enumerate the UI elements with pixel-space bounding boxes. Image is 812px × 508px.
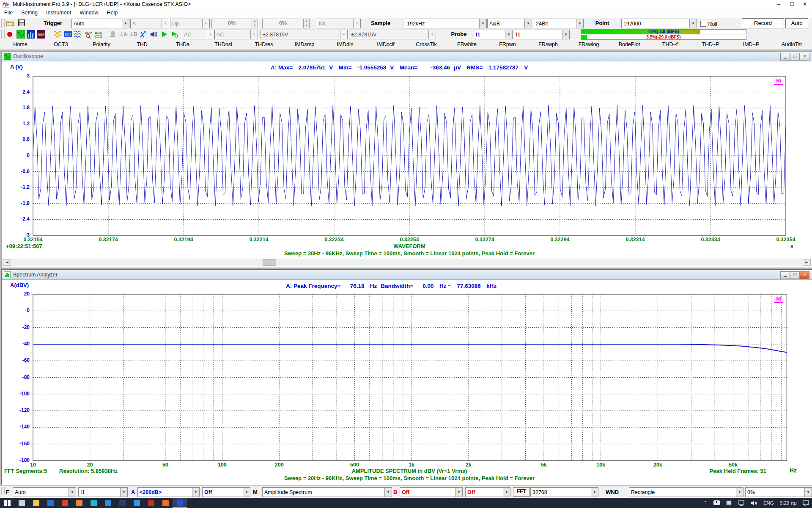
record-points-select[interactable]: 192000▼ bbox=[621, 19, 697, 28]
tab-crosstlk[interactable]: CrossTlk bbox=[406, 40, 447, 50]
chevron-down-icon[interactable]: ▼ bbox=[503, 488, 510, 497]
app-navy-icon[interactable] bbox=[115, 498, 129, 508]
tab-oct3[interactable]: OCT3 bbox=[41, 40, 81, 50]
scroll-left-icon[interactable]: ◀ bbox=[3, 259, 11, 266]
trigger-source-select[interactable]: A▼ bbox=[130, 19, 169, 28]
range-b-select[interactable]: ±2.87815V▼ bbox=[349, 30, 436, 39]
coupling-a-select[interactable]: AC▼ bbox=[182, 30, 214, 39]
device-test-plan-icon[interactable]: DUT bbox=[63, 30, 73, 39]
tab-frswlog[interactable]: FRswlog bbox=[568, 40, 609, 50]
open-file-icon[interactable] bbox=[6, 19, 14, 27]
tab-thda[interactable]: THDa bbox=[162, 40, 203, 50]
chevron-down-icon[interactable]: ▼ bbox=[120, 488, 127, 497]
spinner-up-icon[interactable]: ▲ bbox=[304, 19, 309, 24]
tab-home[interactable]: Home bbox=[0, 40, 41, 50]
ddp-viewer-icon[interactable]: DDP bbox=[84, 30, 93, 39]
tab-thdf[interactable]: THD~f bbox=[650, 40, 690, 50]
multi-wave-icon[interactable] bbox=[74, 30, 83, 39]
view-mode-select[interactable]: Amplitude Spectrum▼ bbox=[262, 487, 392, 497]
tab-imddin[interactable]: IMDdin bbox=[325, 40, 365, 50]
overlap-select[interactable]: 0%▼ bbox=[745, 487, 812, 497]
minimize-button[interactable]: ─ bbox=[772, 0, 785, 8]
language-indicator[interactable]: ENG bbox=[763, 500, 774, 505]
maximize-button[interactable]: ☐ bbox=[786, 0, 798, 8]
tab-audiotst[interactable]: AudioTst bbox=[771, 40, 812, 50]
chevron-down-icon[interactable]: ▼ bbox=[576, 19, 583, 28]
a-range-select[interactable]: <200dB>▼ bbox=[137, 487, 200, 497]
menu-item-file[interactable]: File bbox=[0, 8, 17, 17]
menu-item-help[interactable]: Help bbox=[103, 8, 122, 17]
oscilloscope-title-bar[interactable]: Oscilloscope ▁ ❐ ✕ bbox=[2, 52, 812, 61]
start-button[interactable] bbox=[0, 498, 14, 508]
tray-touchpad-icon[interactable] bbox=[713, 500, 720, 506]
tab-bodeplot[interactable]: BodePlot bbox=[609, 40, 650, 50]
trigger-mode-select[interactable]: Auto▼ bbox=[71, 19, 129, 28]
chevron-down-icon[interactable]: ▼ bbox=[505, 30, 512, 39]
b-range-select[interactable]: Off▼ bbox=[400, 487, 463, 497]
sample-rate-select[interactable]: 192kHz▼ bbox=[405, 19, 487, 28]
menu-item-setting[interactable]: Setting bbox=[17, 8, 42, 17]
probe-b-select[interactable]: I1▼ bbox=[514, 30, 570, 39]
tab-thd[interactable]: THD bbox=[122, 40, 162, 50]
tab-frpwn[interactable]: FRpwn bbox=[487, 40, 528, 50]
volume-icon[interactable] bbox=[751, 500, 757, 506]
edge-icon[interactable] bbox=[101, 498, 115, 508]
multimeter-icon[interactable]: 000 bbox=[36, 30, 46, 39]
spectrum-title-bar[interactable]: Spectrum Analyzer ▁ ❐ ✕ bbox=[2, 270, 812, 280]
run-icon[interactable] bbox=[160, 30, 169, 39]
ddc-viewer-icon[interactable]: DDC bbox=[94, 30, 103, 39]
chevron-down-icon[interactable]: ▼ bbox=[69, 488, 76, 497]
app-red-icon[interactable] bbox=[58, 498, 72, 508]
spinner-buttons[interactable]: ▲▼ bbox=[303, 19, 309, 28]
close-button[interactable]: ✕ bbox=[798, 0, 811, 8]
spinner-buttons[interactable]: ▲▼ bbox=[252, 19, 258, 28]
spinner-down-icon[interactable]: ▼ bbox=[252, 24, 258, 28]
app-crimson-icon[interactable] bbox=[144, 498, 158, 508]
toolbar-grip[interactable] bbox=[1, 30, 5, 39]
oscilloscope-icon[interactable] bbox=[16, 30, 25, 39]
chevron-down-icon[interactable]: ▼ bbox=[562, 30, 569, 39]
maximize-button[interactable]: ❐ bbox=[790, 271, 800, 279]
vscode-icon[interactable] bbox=[129, 498, 144, 508]
minimize-button[interactable]: ▁ bbox=[780, 271, 790, 279]
toolbar-grip[interactable] bbox=[1, 19, 5, 28]
tab-imdp[interactable]: IMD~P bbox=[731, 40, 771, 50]
source-select[interactable]: I1▼ bbox=[78, 487, 128, 497]
trigger-edge-select[interactable]: Up▼ bbox=[170, 19, 210, 28]
chevron-down-icon[interactable]: ▼ bbox=[192, 488, 199, 497]
multi-instrument-icon[interactable] bbox=[173, 498, 187, 508]
file-explorer-icon[interactable] bbox=[29, 498, 43, 508]
tray-ime-icon[interactable] bbox=[726, 500, 732, 506]
toolbar-grip[interactable] bbox=[1, 487, 5, 495]
probe-a-select[interactable]: I1▼ bbox=[474, 30, 513, 39]
tab-thdp[interactable]: THD~P bbox=[690, 40, 731, 50]
tab-polarity[interactable]: Polarity bbox=[81, 40, 122, 50]
chevron-down-icon[interactable]: ▼ bbox=[524, 19, 532, 28]
chevron-down-icon[interactable]: ▼ bbox=[122, 19, 129, 28]
tab-frswph[interactable]: FRswph bbox=[528, 40, 568, 50]
tray-chevron-up-icon[interactable]: ⌃ bbox=[703, 500, 708, 506]
chevron-down-icon[interactable]: ▼ bbox=[591, 488, 598, 497]
minimize-button[interactable]: ▁ bbox=[780, 53, 790, 61]
clock[interactable]: 9:29 πμ bbox=[780, 500, 797, 505]
oscilloscope-h-scrollbar[interactable]: ◀ ▶ bbox=[3, 259, 811, 266]
menu-item-instrument[interactable]: Instrument bbox=[42, 8, 75, 17]
firefox-icon[interactable] bbox=[158, 498, 173, 508]
trigger-f-select[interactable]: Auto▼ bbox=[13, 487, 76, 497]
chevron-down-icon[interactable]: ▼ bbox=[384, 488, 392, 497]
scrollbar-thumb[interactable] bbox=[263, 259, 276, 266]
tab-imdccif[interactable]: IMDccif bbox=[365, 40, 406, 50]
record-indicator-icon[interactable] bbox=[5, 30, 14, 39]
network-icon[interactable] bbox=[738, 500, 745, 506]
run-loop-icon[interactable] bbox=[170, 30, 179, 39]
save-icon[interactable] bbox=[18, 19, 25, 27]
fft-size-select[interactable]: 32768▼ bbox=[530, 487, 598, 497]
app-orange-icon[interactable] bbox=[72, 498, 86, 508]
tab-imdsmp[interactable]: IMDsmp bbox=[284, 40, 325, 50]
close-button[interactable]: ✕ bbox=[800, 53, 809, 61]
bit-depth-select[interactable]: 24Bit▼ bbox=[534, 19, 584, 28]
chevron-down-icon[interactable]: ▼ bbox=[804, 488, 812, 497]
coupling-b-select[interactable]: AC▼ bbox=[214, 30, 258, 39]
record-button[interactable]: Record bbox=[742, 18, 784, 28]
tab-thdnsl[interactable]: THDnsl bbox=[203, 40, 244, 50]
